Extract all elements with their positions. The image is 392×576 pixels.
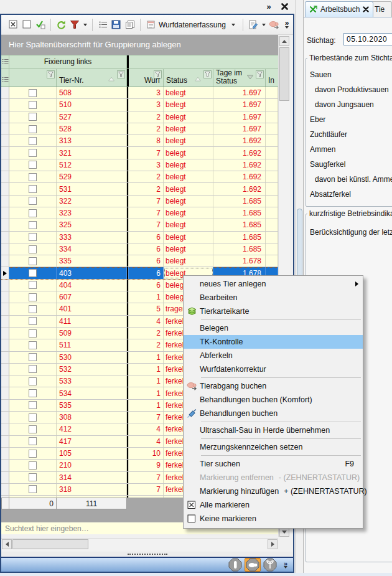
row-checkbox[interactable] <box>29 401 37 409</box>
header-tage-im-status[interactable]: Tage im Status <box>213 69 266 87</box>
octagon-piglet-button[interactable] <box>262 558 278 572</box>
row-checkbox[interactable] <box>29 281 37 289</box>
octagon-sow-button[interactable] <box>245 558 261 572</box>
row-checkbox[interactable] <box>29 137 37 145</box>
row-checkbox[interactable] <box>29 317 37 325</box>
table-row[interactable]: 527 2 belegt 1.697 <box>1 111 278 123</box>
table-row[interactable]: 323 7 belegt 1.685 <box>1 207 278 219</box>
row-checkbox[interactable] <box>29 161 37 169</box>
row-checkbox[interactable] <box>29 185 37 193</box>
row-checkbox[interactable] <box>29 329 37 338</box>
print-button[interactable] <box>124 18 136 32</box>
scroll-up-button[interactable] <box>279 36 289 46</box>
header-status[interactable]: Status <box>164 69 213 87</box>
row-checkbox[interactable] <box>29 293 37 301</box>
header-wurf[interactable]: Wurf <box>129 69 164 87</box>
band-fixierung-links[interactable]: Fixierung links <box>9 55 127 68</box>
refresh-button[interactable] <box>55 18 67 32</box>
menu-item[interactable]: Tier suchen F9 <box>184 457 363 471</box>
octagon-boar-button[interactable] <box>227 558 243 572</box>
header-tier-nr[interactable]: Tier-Nr. <box>57 69 127 87</box>
horizontal-scroll-thumb[interactable] <box>12 539 88 549</box>
menu-item[interactable]: Belegen <box>184 321 363 335</box>
table-row[interactable]: 325 7 belegt 1.685 <box>1 219 278 231</box>
filter-funnel-icon[interactable] <box>256 70 264 78</box>
row-checkbox[interactable] <box>29 485 37 493</box>
toggle-mark-button[interactable] <box>34 18 47 32</box>
row-checkbox[interactable] <box>29 245 37 253</box>
filter-funnel-icon[interactable] <box>117 70 125 78</box>
select-none-button[interactable] <box>21 18 33 32</box>
menu-item[interactable]: Merzungskennzeichen setzen <box>184 440 363 454</box>
row-checkbox[interactable] <box>29 125 37 133</box>
table-row[interactable]: 510 3 belegt 1.697 <box>1 99 278 111</box>
row-checkbox[interactable] <box>29 461 37 470</box>
select-all-button[interactable] <box>7 18 19 32</box>
row-checkbox[interactable] <box>29 389 37 397</box>
menu-item[interactable]: TK-Kontrolle <box>184 335 363 349</box>
category-overflow-button[interactable]: » <box>282 561 289 569</box>
filter-funnel-icon[interactable] <box>47 70 55 78</box>
table-row[interactable]: 512 3 belegt 1.692 <box>1 159 278 171</box>
vertical-scroll-thumb[interactable] <box>279 47 289 101</box>
tierabgang-button[interactable] <box>268 18 281 32</box>
row-checkbox[interactable] <box>29 113 37 121</box>
header-checkbox-column[interactable] <box>9 69 57 87</box>
table-row[interactable]: 321 7 belegt 1.692 <box>1 147 278 159</box>
row-checkbox[interactable] <box>29 89 37 97</box>
horizontal-scrollbar[interactable] <box>1 538 278 550</box>
table-row[interactable]: 334 6 belegt 1.685 <box>1 243 278 255</box>
menu-item[interactable]: Tierkarteikarte <box>184 305 363 318</box>
edit-dropdown-caret[interactable] <box>262 24 266 26</box>
menu-item[interactable]: Behandlungen buchen (Komfort) <box>184 393 363 407</box>
table-row[interactable]: 508 3 belegt 1.697 <box>1 87 278 99</box>
menu-item[interactable]: Abferkeln <box>184 349 363 362</box>
filter-funnel-icon[interactable] <box>154 70 162 78</box>
menu-item[interactable]: Bearbeiten <box>184 291 363 305</box>
row-checkbox[interactable] <box>29 425 37 433</box>
header-indicator-cell[interactable] <box>1 69 9 87</box>
row-checkbox[interactable] <box>29 353 37 361</box>
pane-expand-button[interactable]: » <box>264 1 274 12</box>
row-checkbox[interactable] <box>29 173 37 181</box>
toolbar-overflow-button[interactable]: » <box>283 21 291 29</box>
header-in-clipped[interactable]: In <box>266 69 278 87</box>
table-row[interactable]: 531 2 belegt 1.692 <box>1 183 278 195</box>
row-checkbox[interactable] <box>29 149 37 157</box>
row-checkbox[interactable] <box>29 101 37 109</box>
band-indicator-cell[interactable] <box>1 55 9 68</box>
pane-close-button[interactable] <box>279 1 289 12</box>
filter-dropdown-caret[interactable] <box>83 24 87 26</box>
menu-item[interactable]: Markierung hinzufügen + (ZEHNERTASTATUR) <box>184 484 363 498</box>
row-checkbox[interactable] <box>29 269 37 277</box>
row-checkbox[interactable] <box>29 341 37 349</box>
table-row[interactable]: 335 6 belegt 1.678 <box>1 255 278 267</box>
menu-item[interactable]: Tierabgang buchen <box>184 379 363 393</box>
menu-item[interactable]: Wurfdatenkorrektur <box>184 362 363 376</box>
menu-item[interactable]: Keine markieren <box>184 512 363 526</box>
filter-funnel-icon[interactable] <box>203 70 212 78</box>
tab-arbeitsbuch[interactable]: Arbeitsbuch <box>305 1 373 17</box>
row-checkbox[interactable] <box>29 437 37 445</box>
table-row[interactable]: 322 7 belegt 1.685 <box>1 196 278 207</box>
row-checkbox[interactable] <box>29 233 37 241</box>
menu-item[interactable]: Alle markieren <box>184 498 363 512</box>
row-checkbox[interactable] <box>29 450 37 458</box>
filter-button[interactable] <box>68 18 81 32</box>
row-checkbox[interactable] <box>29 305 37 313</box>
row-checkbox[interactable] <box>29 209 37 217</box>
row-checkbox[interactable] <box>29 473 37 481</box>
tab-close-icon[interactable] <box>363 6 369 12</box>
row-checkbox[interactable] <box>29 413 37 422</box>
table-row[interactable]: 333 6 belegt 1.685 <box>1 232 278 243</box>
row-checkbox[interactable] <box>29 221 37 229</box>
save-button[interactable] <box>110 18 123 32</box>
scroll-right-button[interactable] <box>268 539 278 549</box>
row-checkbox[interactable] <box>29 377 37 385</box>
menu-item[interactable]: neues Tier anlegen <box>184 277 363 291</box>
row-checkbox[interactable] <box>29 257 37 265</box>
table-row[interactable]: 313 8 belegt 1.692 <box>1 135 278 147</box>
table-row[interactable]: 528 2 belegt 1.697 <box>1 123 278 135</box>
menu-item[interactable]: Behandlungen buchen <box>184 407 363 420</box>
wurfdaten-dropdown[interactable]: Wurfdatenerfassung <box>144 17 240 32</box>
